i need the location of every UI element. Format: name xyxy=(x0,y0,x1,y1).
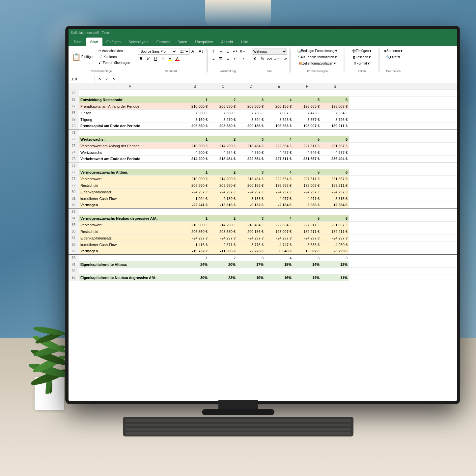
cell-76-f[interactable] xyxy=(293,162,321,169)
cell-70-b[interactable]: 206.850 € xyxy=(181,123,209,129)
cell-91-f[interactable]: 14% xyxy=(293,261,321,267)
border-button[interactable]: ⊞ xyxy=(159,55,166,62)
cell-82-f[interactable]: 5.036 € xyxy=(293,202,321,208)
cell-76-b[interactable] xyxy=(181,162,209,169)
cell-85-b[interactable]: 210.000 € xyxy=(181,222,209,228)
col-header-b[interactable]: B xyxy=(181,83,209,90)
cell-91-b[interactable]: 24% xyxy=(181,261,209,267)
tab-hilfe[interactable]: Hilfe xyxy=(237,38,252,46)
cell-89-a[interactable]: Vermögen xyxy=(79,248,181,254)
cell-92-e[interactable] xyxy=(265,268,293,274)
tab-ansicht[interactable]: Ansicht xyxy=(217,38,237,46)
align-left-btn[interactable]: ≡ xyxy=(210,55,217,62)
cell-88-a[interactable]: kumulierter Cash-Flow xyxy=(79,241,181,248)
cell-80-g[interactable]: -24.297 € xyxy=(321,189,349,195)
cell-89-d[interactable]: -2.223 € xyxy=(237,248,265,254)
cell-90-b[interactable]: 1 xyxy=(181,255,209,261)
cell-78-d[interactable]: 218.484 € xyxy=(237,176,265,182)
tab-datei[interactable]: Datei xyxy=(70,38,86,46)
cell-73-a[interactable]: Verkehrswert am Anfang der Periode xyxy=(79,143,181,149)
cell-69-d[interactable]: 3.394 € xyxy=(237,116,265,123)
cell-87-a[interactable]: Eigenkapitaleinsatz xyxy=(79,235,181,241)
cut-button[interactable]: ✂ Ausschneiden xyxy=(97,48,132,54)
cell-91-e[interactable]: 15% xyxy=(265,261,293,267)
cell-75-b[interactable]: 214.200 € xyxy=(181,156,209,162)
cell-67-c[interactable]: 206.850 € xyxy=(209,103,237,109)
cell-88-g[interactable]: 4.950 € xyxy=(321,241,349,248)
cell-91-g[interactable]: 12% xyxy=(321,261,349,267)
italic-button[interactable]: K xyxy=(145,55,152,62)
wrap-text-btn[interactable]: ↵A xyxy=(232,48,238,55)
cell-75-a[interactable]: Verkehrswert am Ende der Periode xyxy=(79,156,181,162)
cell-86-b[interactable]: -206.850 € xyxy=(181,228,209,235)
cell-66-a[interactable]: Entwicklung Restschuld: xyxy=(79,97,181,103)
cell-68-a[interactable]: Zinsen xyxy=(79,110,181,116)
cell-75-g[interactable]: 236.494 € xyxy=(321,156,349,162)
cell-90-f[interactable]: 5 xyxy=(293,255,321,261)
font-increase-btn[interactable]: A↑ xyxy=(190,48,197,55)
cell-72-e[interactable]: 4 xyxy=(265,136,293,142)
cell-82-c[interactable]: -15.816 € xyxy=(209,202,237,208)
cell-68-b[interactable]: 7.980 € xyxy=(181,110,209,116)
cell-72-a[interactable]: Wertzuwachs: xyxy=(79,136,181,142)
thousands-btn[interactable]: 000 xyxy=(266,55,273,62)
cell-70-g[interactable]: 189.211 € xyxy=(321,123,349,129)
cell-74-a[interactable]: Wertzuwachs xyxy=(79,149,181,155)
col-header-g[interactable]: G xyxy=(321,83,349,90)
tab-einfuegen[interactable]: Einfügen xyxy=(102,38,125,46)
cell-78-g[interactable]: 231.857 € xyxy=(321,176,349,182)
cell-65-f[interactable] xyxy=(293,90,321,96)
cell-89-e[interactable]: 6.640 € xyxy=(265,248,293,254)
cell-68-f[interactable]: 7.473 € xyxy=(293,110,321,116)
cell-79-g[interactable]: -189.211 € xyxy=(321,182,349,188)
cell-79-b[interactable]: -206.850 € xyxy=(181,182,209,188)
as-table-btn[interactable]: 🗂 Als Tabelle formatieren ▼ xyxy=(296,54,339,60)
cell-77-b[interactable]: 1 xyxy=(181,169,209,175)
cell-77-c[interactable]: 2 xyxy=(209,169,237,175)
cell-80-c[interactable]: -24.297 € xyxy=(209,189,237,195)
cell-93-e[interactable]: 16% xyxy=(265,274,293,281)
cell-78-e[interactable]: 222.854 € xyxy=(265,176,293,182)
cell-67-f[interactable]: 196.663 € xyxy=(293,103,321,109)
cell-68-g[interactable]: 7.334 € xyxy=(321,110,349,116)
col-header-f[interactable]: F xyxy=(293,83,321,90)
cell-80-f[interactable]: -24.297 € xyxy=(293,189,321,195)
cell-65-b[interactable] xyxy=(181,90,209,96)
cell-82-b[interactable]: -22.241 € xyxy=(181,202,209,208)
cell-70-c[interactable]: 203.580 € xyxy=(209,123,237,129)
cell-74-c[interactable]: 4.284 € xyxy=(209,149,237,155)
cell-72-b[interactable]: 1 xyxy=(181,136,209,142)
col-header-e[interactable]: E xyxy=(265,83,293,90)
cell-71-a[interactable] xyxy=(79,129,181,136)
cell-88-b[interactable]: 1.415 € xyxy=(181,241,209,248)
cell-87-g[interactable]: -24.297 € xyxy=(321,235,349,241)
cell-74-b[interactable]: 4.200 € xyxy=(181,149,209,155)
cell-84-a[interactable]: Vermögenszuwachs Neubau degressive AfA: xyxy=(79,215,181,221)
cell-69-f[interactable]: 3.657 € xyxy=(293,116,321,123)
align-center-btn[interactable]: ☰ xyxy=(217,55,224,62)
cell-66-d[interactable]: 3 xyxy=(237,97,265,103)
tab-daten[interactable]: Daten xyxy=(174,38,191,46)
cell-84-e[interactable]: 4 xyxy=(265,215,293,221)
cell-76-g[interactable] xyxy=(321,162,349,169)
cell-87-d[interactable]: -24.297 € xyxy=(237,235,265,241)
cell-77-f[interactable]: 5 xyxy=(293,169,321,175)
cell-69-g[interactable]: 3.796 € xyxy=(321,116,349,123)
cell-81-d[interactable]: -3.133 € xyxy=(237,195,265,202)
cell-87-e[interactable]: -24.297 € xyxy=(265,235,293,241)
cell-65-d[interactable] xyxy=(237,90,265,96)
cell-73-f[interactable]: 227.311 € xyxy=(293,143,321,149)
format-cells-btn[interactable]: ⚙ Format ▼ xyxy=(352,61,372,66)
cell-93-d[interactable]: 19% xyxy=(237,274,265,281)
cell-69-c[interactable]: 3.270 € xyxy=(209,116,237,123)
insert-cells-btn[interactable]: ➕ Einfügen ▼ xyxy=(350,48,374,54)
font-color-button[interactable]: A xyxy=(174,55,181,62)
align-top-btn[interactable]: ⊤ xyxy=(210,48,217,55)
cell-79-e[interactable]: -196.663 € xyxy=(265,182,293,188)
font-decrease-btn[interactable]: A↓ xyxy=(198,48,204,55)
cell-90-c[interactable]: 2 xyxy=(209,255,237,261)
currency-btn[interactable]: € xyxy=(252,55,258,62)
decimal-decrease-btn[interactable]: ←.0 xyxy=(281,55,287,62)
cell-85-f[interactable]: 227.311 € xyxy=(293,222,321,228)
cell-71-c[interactable] xyxy=(209,129,237,136)
